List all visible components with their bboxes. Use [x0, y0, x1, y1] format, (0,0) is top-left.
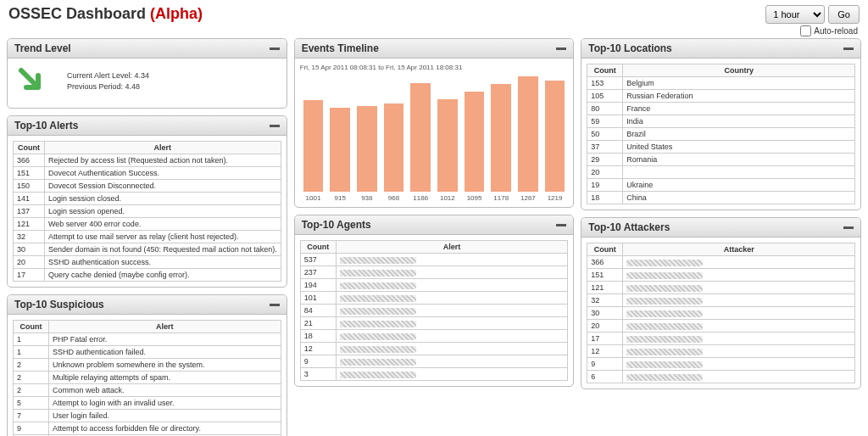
collapse-icon[interactable]: [270, 125, 280, 127]
table-row: 50Brazil: [587, 128, 855, 141]
auto-reload-label: Auto-reload: [814, 26, 858, 36]
top-attackers-table: Count Attacker 366151121323020171296: [587, 243, 855, 383]
chart-bar: 1178: [491, 84, 511, 202]
trend-panel: Trend Level Current Alert Level: 4.34 Pr…: [7, 38, 287, 109]
table-row: 194: [300, 279, 568, 292]
table-row: 20: [587, 166, 855, 179]
redacted-value: [626, 336, 703, 343]
redacted-value: [340, 372, 416, 378]
chart-bar: 915: [330, 108, 350, 202]
table-row: 59India: [587, 115, 855, 128]
redacted-value: [626, 361, 703, 368]
redacted-value: [626, 323, 703, 330]
trend-previous-value: 4.48: [125, 82, 141, 91]
redacted-value: [340, 282, 416, 289]
table-row: 6: [587, 371, 855, 383]
table-row: 150Dovecot Session Disconnected.: [14, 180, 281, 193]
top-alerts-table: Count Alert 366Rejected by access list (…: [13, 141, 281, 282]
chart-bar-label: 938: [361, 194, 372, 202]
chart-bar-label: 1219: [548, 194, 563, 202]
collapse-icon[interactable]: [556, 48, 566, 50]
table-row: 2Common web attack.: [14, 384, 281, 397]
timeline-chart: 1001915938968118610121095117812671219: [300, 75, 569, 202]
trend-down-arrow-icon: [16, 65, 47, 98]
redacted-value: [626, 260, 703, 266]
top-locations-title: Top-10 Locations: [588, 42, 671, 54]
table-row: 9: [587, 358, 855, 371]
top-agents-panel: Top-10 Agents Count Alert 53723719410184…: [294, 215, 575, 387]
table-row: 9Attempt to access forbidden file or dir…: [14, 422, 281, 435]
chart-bar-label: 1267: [520, 194, 536, 202]
chart-bar-label: 915: [335, 194, 346, 202]
trend-current-value: 4.34: [135, 71, 150, 80]
table-row: 101: [300, 292, 568, 305]
chart-bar-label: 968: [388, 194, 399, 202]
redacted-value: [626, 298, 703, 305]
title-main: OSSEC Dashboard: [8, 5, 150, 22]
chart-bar-label: 1186: [413, 194, 428, 202]
chart-bar: 1095: [465, 92, 485, 202]
time-range-select[interactable]: 1 hour: [765, 5, 825, 24]
table-row: 84: [300, 305, 568, 317]
auto-reload-checkbox[interactable]: [800, 25, 811, 36]
table-row: 12: [300, 343, 568, 355]
collapse-icon[interactable]: [270, 304, 280, 306]
collapse-icon[interactable]: [556, 224, 566, 226]
table-row: 5Attempt to login with an invalid user.: [14, 397, 281, 410]
table-row: 153Belgium: [587, 77, 855, 90]
redacted-value: [626, 349, 703, 355]
timeline-title: Events Timeline: [302, 42, 379, 54]
redacted-value: [340, 321, 416, 327]
table-row: 2Unknown problem somewhere in the system…: [14, 359, 281, 372]
auto-reload-toggle[interactable]: Auto-reload: [800, 25, 858, 36]
table-row: 9: [300, 355, 568, 368]
chart-bar: 1001: [303, 100, 324, 202]
table-row: 18: [300, 330, 568, 343]
redacted-value: [340, 359, 416, 366]
top-suspicious-table: Count Alert 1PHP Fatal error.1SSHD authe…: [13, 320, 281, 436]
top-attackers-title: Top-10 Attackers: [588, 221, 670, 233]
table-row: 18China: [587, 192, 855, 204]
table-row: 137Login session opened.: [14, 205, 281, 218]
events-timeline-panel: Events Timeline Fri, 15 Apr 2011 08:08:3…: [294, 38, 575, 208]
collapse-icon[interactable]: [843, 226, 854, 229]
table-row: 17Query cache denied (maybe config error…: [14, 269, 281, 282]
redacted-value: [626, 285, 703, 292]
page-title: OSSEC Dashboard (Alpha): [8, 5, 203, 23]
table-row: 366Rejected by access list (Requested ac…: [14, 154, 281, 167]
chart-bar: 938: [357, 106, 377, 202]
table-row: 29Romania: [587, 154, 855, 166]
table-row: 121: [587, 282, 855, 294]
table-row: 30Sender domain is not found (450: Reque…: [14, 243, 281, 256]
top-suspicious-title: Top-10 Suspicious: [14, 299, 104, 310]
table-row: 37United States: [587, 141, 855, 154]
table-row: 1PHP Fatal error.: [14, 333, 281, 346]
chart-bar: 1267: [518, 76, 538, 202]
chart-bar-label: 1095: [467, 194, 482, 202]
top-agents-title: Top-10 Agents: [302, 219, 371, 231]
collapse-icon[interactable]: [843, 48, 854, 50]
table-row: 32Attempt to use mail server as relay (c…: [14, 231, 281, 243]
table-row: 12: [587, 345, 855, 358]
redacted-value: [340, 333, 416, 340]
table-row: 151: [587, 269, 855, 282]
table-row: 121Web server 400 error code.: [14, 218, 281, 231]
table-row: 141Login session closed.: [14, 193, 281, 205]
top-attackers-panel: Top-10 Attackers Count Attacker 36615112…: [581, 217, 861, 389]
table-row: 32: [587, 294, 855, 307]
chart-bar-label: 1178: [493, 194, 509, 202]
top-alerts-panel: Top-10 Alerts Count Alert 366Rejected by…: [7, 115, 287, 288]
redacted-value: [340, 346, 416, 353]
table-row: 537: [300, 254, 568, 266]
redacted-value: [626, 310, 703, 317]
top-agents-table: Count Alert 5372371941018421181293: [300, 240, 569, 381]
table-row: 21: [300, 317, 568, 330]
table-row: 80France: [587, 103, 855, 115]
redacted-value: [340, 257, 416, 264]
trend-title: Trend Level: [14, 42, 71, 54]
table-row: 3: [300, 368, 568, 381]
go-button[interactable]: Go: [828, 5, 860, 24]
collapse-icon[interactable]: [270, 48, 280, 50]
top-locations-table: Count Country 153Belgium105Russian Feder…: [587, 64, 855, 204]
chart-bar-label: 1012: [440, 194, 455, 202]
